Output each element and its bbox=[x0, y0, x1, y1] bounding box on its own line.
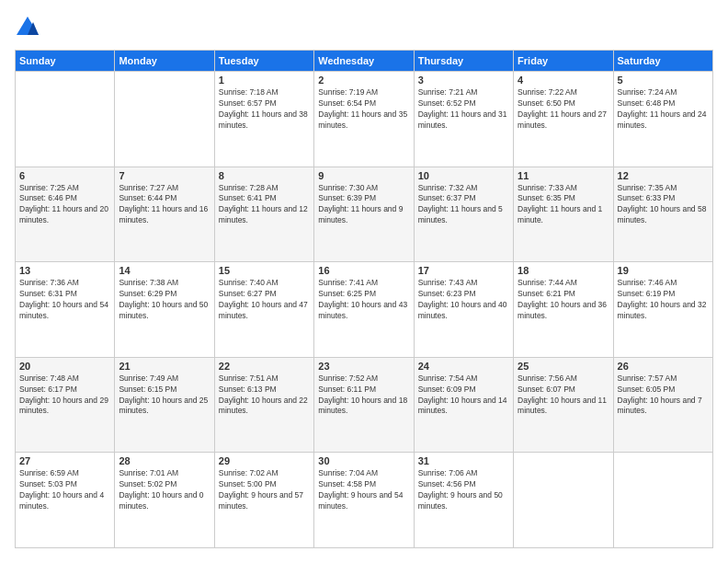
day-info: Sunrise: 7:36 AM Sunset: 6:31 PM Dayligh… bbox=[19, 278, 110, 322]
calendar-cell: 12Sunrise: 7:35 AM Sunset: 6:33 PM Dayli… bbox=[613, 167, 712, 262]
calendar-cell bbox=[16, 72, 115, 167]
week-row-2: 6Sunrise: 7:25 AM Sunset: 6:46 PM Daylig… bbox=[16, 167, 713, 262]
day-number: 2 bbox=[318, 75, 409, 86]
calendar-cell: 27Sunrise: 6:59 AM Sunset: 5:03 PM Dayli… bbox=[16, 453, 115, 548]
calendar-cell: 13Sunrise: 7:36 AM Sunset: 6:31 PM Dayli… bbox=[16, 262, 115, 358]
weekday-saturday: Saturday bbox=[613, 51, 712, 72]
day-number: 14 bbox=[119, 265, 210, 276]
calendar-cell: 14Sunrise: 7:38 AM Sunset: 6:29 PM Dayli… bbox=[115, 262, 214, 358]
day-number: 27 bbox=[19, 455, 110, 466]
calendar-cell: 4Sunrise: 7:22 AM Sunset: 6:50 PM Daylig… bbox=[514, 72, 613, 167]
day-number: 10 bbox=[418, 170, 509, 181]
calendar-cell: 15Sunrise: 7:40 AM Sunset: 6:27 PM Dayli… bbox=[214, 262, 313, 358]
calendar-cell: 18Sunrise: 7:44 AM Sunset: 6:21 PM Dayli… bbox=[514, 262, 613, 358]
calendar-cell: 22Sunrise: 7:51 AM Sunset: 6:13 PM Dayli… bbox=[214, 357, 313, 453]
day-number: 21 bbox=[119, 361, 210, 372]
calendar-cell bbox=[613, 453, 712, 548]
day-info: Sunrise: 7:25 AM Sunset: 6:46 PM Dayligh… bbox=[19, 183, 110, 227]
calendar-cell: 17Sunrise: 7:43 AM Sunset: 6:23 PM Dayli… bbox=[414, 262, 513, 358]
day-info: Sunrise: 7:28 AM Sunset: 6:41 PM Dayligh… bbox=[219, 183, 310, 227]
calendar-cell: 7Sunrise: 7:27 AM Sunset: 6:44 PM Daylig… bbox=[115, 167, 214, 262]
day-info: Sunrise: 7:27 AM Sunset: 6:44 PM Dayligh… bbox=[119, 183, 210, 227]
day-number: 26 bbox=[618, 361, 709, 372]
day-number: 1 bbox=[219, 75, 310, 86]
logo bbox=[15, 15, 44, 40]
day-number: 30 bbox=[318, 455, 409, 466]
logo-icon bbox=[15, 15, 40, 40]
day-number: 18 bbox=[518, 265, 609, 276]
calendar-cell bbox=[514, 453, 613, 548]
day-number: 19 bbox=[618, 265, 709, 276]
week-row-1: 1Sunrise: 7:18 AM Sunset: 6:57 PM Daylig… bbox=[16, 72, 713, 167]
day-info: Sunrise: 7:46 AM Sunset: 6:19 PM Dayligh… bbox=[618, 278, 709, 322]
calendar-cell: 2Sunrise: 7:19 AM Sunset: 6:54 PM Daylig… bbox=[314, 72, 414, 167]
day-info: Sunrise: 7:18 AM Sunset: 6:57 PM Dayligh… bbox=[219, 87, 310, 132]
calendar-cell: 24Sunrise: 7:54 AM Sunset: 6:09 PM Dayli… bbox=[414, 357, 513, 453]
week-row-5: 27Sunrise: 6:59 AM Sunset: 5:03 PM Dayli… bbox=[16, 453, 713, 548]
day-info: Sunrise: 7:22 AM Sunset: 6:50 PM Dayligh… bbox=[518, 87, 609, 132]
calendar-cell: 29Sunrise: 7:02 AM Sunset: 5:00 PM Dayli… bbox=[214, 453, 313, 548]
day-info: Sunrise: 7:32 AM Sunset: 6:37 PM Dayligh… bbox=[418, 183, 509, 227]
calendar-cell bbox=[115, 72, 214, 167]
calendar-cell: 28Sunrise: 7:01 AM Sunset: 5:02 PM Dayli… bbox=[115, 453, 214, 548]
day-number: 17 bbox=[418, 265, 509, 276]
calendar-cell: 10Sunrise: 7:32 AM Sunset: 6:37 PM Dayli… bbox=[414, 167, 513, 262]
calendar-cell: 21Sunrise: 7:49 AM Sunset: 6:15 PM Dayli… bbox=[115, 357, 214, 453]
day-info: Sunrise: 7:48 AM Sunset: 6:17 PM Dayligh… bbox=[19, 373, 110, 418]
day-number: 12 bbox=[618, 170, 709, 181]
day-info: Sunrise: 7:38 AM Sunset: 6:29 PM Dayligh… bbox=[119, 278, 210, 322]
day-info: Sunrise: 7:06 AM Sunset: 4:56 PM Dayligh… bbox=[418, 468, 509, 512]
day-number: 16 bbox=[318, 265, 409, 276]
day-info: Sunrise: 7:02 AM Sunset: 5:00 PM Dayligh… bbox=[219, 468, 310, 512]
week-row-4: 20Sunrise: 7:48 AM Sunset: 6:17 PM Dayli… bbox=[16, 357, 713, 453]
calendar-cell: 9Sunrise: 7:30 AM Sunset: 6:39 PM Daylig… bbox=[314, 167, 414, 262]
day-info: Sunrise: 7:19 AM Sunset: 6:54 PM Dayligh… bbox=[318, 87, 409, 132]
calendar-cell: 20Sunrise: 7:48 AM Sunset: 6:17 PM Dayli… bbox=[16, 357, 115, 453]
week-row-3: 13Sunrise: 7:36 AM Sunset: 6:31 PM Dayli… bbox=[16, 262, 713, 358]
day-info: Sunrise: 7:04 AM Sunset: 4:58 PM Dayligh… bbox=[318, 468, 409, 512]
day-info: Sunrise: 7:30 AM Sunset: 6:39 PM Dayligh… bbox=[318, 183, 409, 227]
day-info: Sunrise: 6:59 AM Sunset: 5:03 PM Dayligh… bbox=[19, 468, 110, 512]
day-number: 20 bbox=[19, 361, 110, 372]
day-info: Sunrise: 7:43 AM Sunset: 6:23 PM Dayligh… bbox=[418, 278, 509, 322]
calendar-cell: 30Sunrise: 7:04 AM Sunset: 4:58 PM Dayli… bbox=[314, 453, 414, 548]
day-info: Sunrise: 7:52 AM Sunset: 6:11 PM Dayligh… bbox=[318, 373, 409, 418]
day-number: 8 bbox=[219, 170, 310, 181]
header bbox=[15, 15, 713, 40]
day-info: Sunrise: 7:44 AM Sunset: 6:21 PM Dayligh… bbox=[518, 278, 609, 322]
day-info: Sunrise: 7:54 AM Sunset: 6:09 PM Dayligh… bbox=[418, 373, 509, 418]
day-info: Sunrise: 7:49 AM Sunset: 6:15 PM Dayligh… bbox=[119, 373, 210, 418]
day-number: 28 bbox=[119, 455, 210, 466]
calendar-cell: 8Sunrise: 7:28 AM Sunset: 6:41 PM Daylig… bbox=[214, 167, 313, 262]
calendar-table: SundayMondayTuesdayWednesdayThursdayFrid… bbox=[15, 50, 713, 548]
calendar-cell: 23Sunrise: 7:52 AM Sunset: 6:11 PM Dayli… bbox=[314, 357, 414, 453]
day-number: 15 bbox=[219, 265, 310, 276]
day-info: Sunrise: 7:01 AM Sunset: 5:02 PM Dayligh… bbox=[119, 468, 210, 512]
day-number: 29 bbox=[219, 455, 310, 466]
calendar-cell: 1Sunrise: 7:18 AM Sunset: 6:57 PM Daylig… bbox=[214, 72, 313, 167]
calendar-page: SundayMondayTuesdayWednesdayThursdayFrid… bbox=[0, 0, 728, 563]
weekday-sunday: Sunday bbox=[16, 51, 115, 72]
day-info: Sunrise: 7:41 AM Sunset: 6:25 PM Dayligh… bbox=[318, 278, 409, 322]
day-info: Sunrise: 7:57 AM Sunset: 6:05 PM Dayligh… bbox=[618, 373, 709, 418]
day-number: 4 bbox=[518, 75, 609, 86]
weekday-wednesday: Wednesday bbox=[314, 51, 414, 72]
day-number: 7 bbox=[119, 170, 210, 181]
day-info: Sunrise: 7:51 AM Sunset: 6:13 PM Dayligh… bbox=[219, 373, 310, 418]
day-info: Sunrise: 7:35 AM Sunset: 6:33 PM Dayligh… bbox=[618, 183, 709, 227]
weekday-thursday: Thursday bbox=[414, 51, 513, 72]
calendar-cell: 6Sunrise: 7:25 AM Sunset: 6:46 PM Daylig… bbox=[16, 167, 115, 262]
day-info: Sunrise: 7:40 AM Sunset: 6:27 PM Dayligh… bbox=[219, 278, 310, 322]
calendar-cell: 31Sunrise: 7:06 AM Sunset: 4:56 PM Dayli… bbox=[414, 453, 513, 548]
weekday-header-row: SundayMondayTuesdayWednesdayThursdayFrid… bbox=[16, 51, 713, 72]
day-number: 24 bbox=[418, 361, 509, 372]
day-number: 5 bbox=[618, 75, 709, 86]
day-number: 13 bbox=[19, 265, 110, 276]
day-number: 6 bbox=[19, 170, 110, 181]
day-info: Sunrise: 7:56 AM Sunset: 6:07 PM Dayligh… bbox=[518, 373, 609, 418]
day-number: 11 bbox=[518, 170, 609, 181]
day-number: 25 bbox=[518, 361, 609, 372]
day-number: 3 bbox=[418, 75, 509, 86]
weekday-monday: Monday bbox=[115, 51, 214, 72]
calendar-cell: 16Sunrise: 7:41 AM Sunset: 6:25 PM Dayli… bbox=[314, 262, 414, 358]
